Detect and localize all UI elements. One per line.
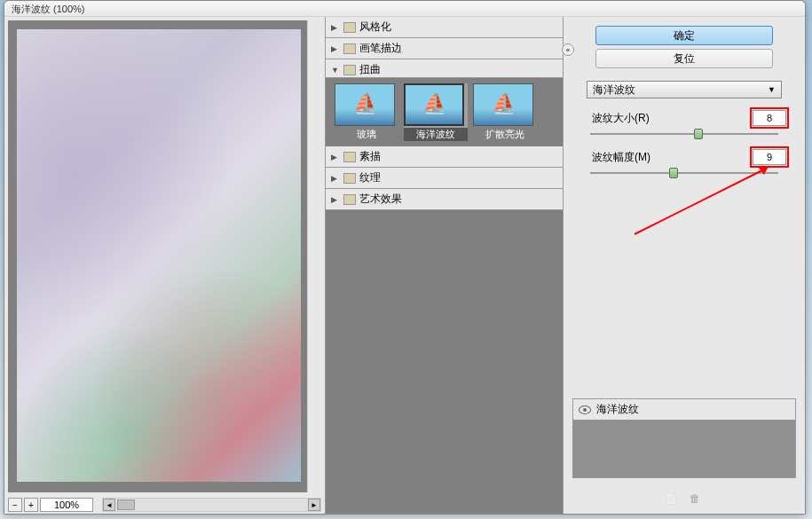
thumb-label: 扩散亮光 (473, 128, 537, 141)
thumb-preview (473, 83, 533, 126)
param-ripple-magnitude-row: 波纹幅度(M) (581, 148, 787, 166)
folder-icon (343, 194, 356, 205)
collapse-arrow-icon: ▼ (331, 66, 340, 75)
slider-track (590, 172, 778, 174)
effect-layer[interactable]: 海洋波纹 (573, 399, 795, 421)
slider-thumb[interactable] (669, 168, 678, 178)
folder-icon (343, 65, 356, 75)
highlight-annotation (750, 107, 789, 129)
delete-effect-icon[interactable]: 🗑 (690, 492, 704, 507)
param-label: 波纹大小(R) (581, 111, 752, 126)
thumb-preview (335, 83, 395, 126)
effect-controls: 📄 🗑 (665, 492, 704, 507)
preview-image (17, 29, 301, 482)
visibility-eye-icon[interactable] (579, 405, 591, 414)
param-label: 波纹幅度(M) (581, 150, 752, 165)
filter-thumbnails: 玻璃 海洋波纹 扩散亮光 (326, 78, 563, 146)
ripple-magnitude-slider[interactable] (590, 169, 778, 177)
category-stylize[interactable]: ▶ 风格化 (326, 17, 563, 38)
thumb-label: 玻璃 (335, 128, 398, 141)
ripple-magnitude-input[interactable] (753, 149, 786, 165)
scroll-right-arrow[interactable]: ► (308, 499, 320, 511)
expand-arrow-icon: ▶ (331, 153, 340, 161)
filter-thumb-ocean-ripple[interactable]: 海洋波纹 (404, 83, 468, 141)
category-sketch[interactable]: ▶ 素描 (326, 146, 563, 168)
category-label: 纹理 (359, 170, 381, 185)
filter-dropdown[interactable]: 海洋波纹 ▼ (587, 81, 782, 98)
thumb-label: 海洋波纹 (404, 128, 468, 141)
slider-track (590, 133, 778, 135)
preview-viewport[interactable] (8, 20, 321, 492)
chevron-down-icon: ▼ (768, 85, 776, 94)
expand-arrow-icon: ▶ (331, 195, 340, 204)
category-texture[interactable]: ▶ 纹理 (326, 168, 563, 189)
reset-button[interactable]: 复位 (595, 49, 773, 68)
highlight-annotation (750, 146, 789, 168)
folder-icon (343, 173, 356, 184)
window-title: 海洋波纹 (100%) (12, 4, 85, 14)
effect-name: 海洋波纹 (596, 402, 639, 417)
category-label: 扭曲 (359, 62, 381, 77)
folder-icon (343, 43, 356, 54)
vertical-scrollbar[interactable] (307, 20, 321, 492)
category-label: 风格化 (359, 20, 391, 35)
category-brush-strokes[interactable]: ▶ 画笔描边 (326, 38, 563, 59)
category-label: 艺术效果 (359, 192, 402, 207)
collapse-panel-button[interactable]: « (562, 43, 574, 56)
preview-controls: − + ◄ ► (4, 496, 325, 514)
category-artistic[interactable]: ▶ 艺术效果 (326, 189, 563, 210)
zoom-input[interactable] (40, 498, 93, 512)
preview-panel: − + ◄ ► (4, 17, 326, 514)
filter-tree: ▶ 风格化 ▶ 画笔描边 ▼ 扭曲 玻璃 (326, 17, 563, 514)
scroll-left-arrow[interactable]: ◄ (103, 499, 115, 511)
scroll-thumb[interactable] (117, 499, 135, 510)
ok-button[interactable]: 确定 (595, 26, 773, 45)
filter-thumb-diffuse-glow[interactable]: 扩散亮光 (473, 83, 537, 141)
param-ripple-size-row: 波纹大小(R) (581, 109, 787, 127)
dropdown-value: 海洋波纹 (593, 83, 635, 98)
category-label: 画笔描边 (359, 41, 402, 56)
filter-gallery-window: 海洋波纹 (100%) − + ◄ ► ▶ (4, 0, 806, 515)
category-distort[interactable]: ▼ 扭曲 (326, 59, 563, 78)
svg-line-0 (635, 168, 768, 234)
folder-icon (343, 152, 356, 162)
ripple-size-input[interactable] (753, 110, 786, 126)
expand-arrow-icon: ▶ (331, 174, 340, 183)
ripple-size-slider[interactable] (590, 130, 778, 138)
titlebar: 海洋波纹 (100%) (4, 1, 805, 17)
expand-arrow-icon: ▶ (331, 44, 340, 53)
horizontal-scrollbar[interactable]: ◄ ► (102, 498, 321, 512)
zoom-out-button[interactable]: − (8, 498, 22, 512)
folder-icon (343, 22, 356, 33)
content-area: − + ◄ ► ▶ 风格化 ▶ (4, 17, 805, 514)
category-label: 素描 (359, 149, 381, 164)
zoom-in-button[interactable]: + (24, 498, 38, 512)
controls-panel: « 确定 复位 海洋波纹 ▼ 波纹大小(R) 波纹幅度(M) (564, 17, 805, 514)
filter-list-panel: ▶ 风格化 ▶ 画笔描边 ▼ 扭曲 玻璃 (326, 17, 564, 514)
slider-thumb[interactable] (694, 129, 703, 139)
thumb-preview (404, 83, 464, 126)
filter-thumb-glass[interactable]: 玻璃 (335, 83, 398, 141)
new-effect-icon[interactable]: 📄 (665, 492, 679, 507)
effects-stack-panel: 海洋波纹 (572, 398, 796, 478)
expand-arrow-icon: ▶ (331, 23, 340, 32)
